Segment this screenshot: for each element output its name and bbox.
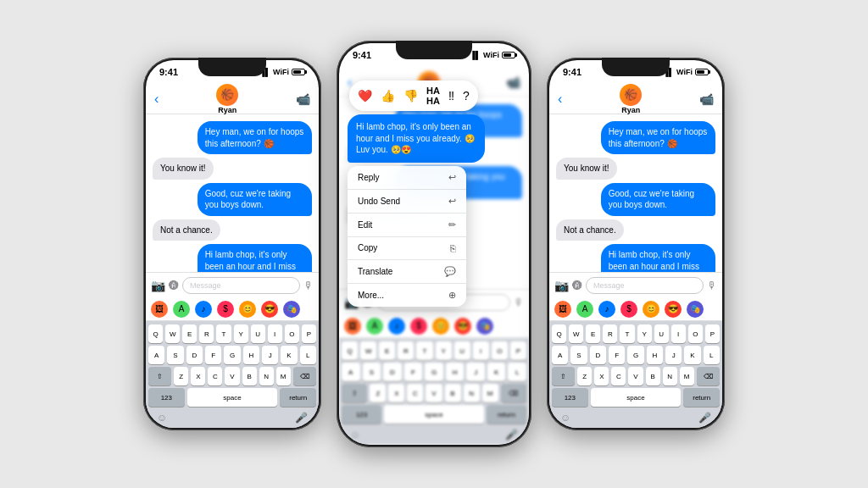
key-g-left[interactable]: G — [224, 346, 240, 364]
key-123-right[interactable]: 123 — [552, 388, 588, 407]
key-p-right[interactable]: P — [705, 324, 720, 343]
key-shift-left[interactable]: ⇧ — [148, 367, 171, 385]
emoji-icon-right[interactable]: ☺ — [560, 412, 570, 424]
key-r-left[interactable]: R — [199, 324, 214, 343]
reaction-heart[interactable]: ❤️ — [358, 89, 372, 103]
key-w-right[interactable]: W — [569, 324, 583, 343]
key-return-right[interactable]: return — [683, 388, 720, 407]
app-music-right[interactable]: ♪ — [598, 301, 615, 318]
key-x-right[interactable]: X — [594, 367, 609, 385]
appstore-icon-left[interactable]: 🅐 — [169, 280, 179, 291]
video-button-left[interactable]: 📹 — [296, 92, 310, 106]
key-z-left[interactable]: Z — [174, 367, 188, 385]
key-o-left[interactable]: O — [285, 324, 299, 343]
key-l-left[interactable]: L — [300, 346, 316, 364]
key-v-left[interactable]: V — [225, 367, 239, 385]
key-s-right[interactable]: S — [570, 346, 587, 364]
key-g-right[interactable]: G — [627, 346, 643, 364]
key-k-left[interactable]: K — [281, 346, 297, 364]
key-f-right[interactable]: F — [609, 346, 625, 364]
key-r-right[interactable]: R — [603, 324, 617, 343]
key-z-right[interactable]: Z — [577, 367, 592, 385]
key-e-right[interactable]: E — [586, 324, 600, 343]
key-q-left[interactable]: Q — [148, 324, 163, 343]
key-s-left[interactable]: S — [167, 346, 183, 364]
key-f-left[interactable]: F — [205, 346, 221, 364]
video-button-right[interactable]: 📹 — [699, 92, 714, 106]
key-c-left[interactable]: C — [208, 367, 222, 385]
key-space-right[interactable]: space — [591, 388, 682, 407]
context-reply[interactable]: Reply ↩ — [348, 166, 466, 190]
reaction-haha[interactable]: HAHA — [426, 86, 440, 106]
key-d-right[interactable]: D — [590, 346, 606, 364]
key-e-left[interactable]: E — [182, 324, 197, 343]
emoji-icon-left[interactable]: ☺ — [157, 412, 167, 424]
key-p-left[interactable]: P — [302, 324, 316, 343]
key-delete-left[interactable]: ⌫ — [293, 367, 316, 385]
key-l-right[interactable]: L — [704, 346, 720, 364]
key-t-left[interactable]: T — [216, 324, 231, 343]
key-v-right[interactable]: V — [628, 367, 643, 385]
app-photos-right[interactable]: 🖼 — [554, 301, 571, 318]
reaction-question[interactable]: ? — [463, 89, 470, 103]
reaction-thumbs-down[interactable]: 👎 — [403, 89, 418, 103]
app-cash-right[interactable]: $ — [620, 301, 637, 318]
key-u-left[interactable]: U — [251, 324, 265, 343]
key-y-left[interactable]: Y — [234, 324, 248, 343]
key-i-right[interactable]: I — [671, 324, 686, 343]
key-return-left[interactable]: return — [280, 388, 316, 407]
key-b-left[interactable]: B — [242, 367, 257, 385]
mic-icon-left[interactable]: 🎙 — [303, 280, 314, 291]
key-d-left[interactable]: D — [186, 346, 203, 364]
reaction-thumbs-up[interactable]: 👍 — [381, 89, 395, 103]
message-input-left[interactable]: Message — [182, 277, 300, 294]
app-emoji1-left[interactable]: 😊 — [239, 301, 256, 318]
key-shift-right[interactable]: ⇧ — [552, 367, 575, 385]
app-cash-left[interactable]: $ — [217, 301, 234, 318]
app-emoji2-left[interactable]: 😎 — [261, 301, 278, 318]
app-store-left[interactable]: A — [173, 301, 190, 318]
key-123-left[interactable]: 123 — [148, 388, 185, 407]
app-photos-left[interactable]: 🖼 — [151, 301, 168, 318]
key-space-left[interactable]: space — [187, 388, 278, 407]
app-store-right[interactable]: A — [576, 301, 593, 318]
dictation-icon-right[interactable]: 🎤 — [698, 412, 711, 424]
key-o-right[interactable]: O — [688, 324, 703, 343]
context-copy[interactable]: Copy ⎘ — [348, 237, 466, 260]
reaction-exclaim[interactable]: ‼ — [448, 89, 454, 103]
app-emoji3-left[interactable]: 🎭 — [283, 301, 300, 318]
key-w-left[interactable]: W — [165, 324, 180, 343]
message-input-right[interactable]: Message — [586, 277, 704, 294]
back-button-right[interactable]: ‹ — [558, 92, 562, 107]
nav-avatar-right[interactable]: 🏀 — [620, 84, 642, 106]
app-emoji3-right[interactable]: 🎭 — [687, 301, 704, 318]
key-j-left[interactable]: J — [262, 346, 278, 364]
key-t-right[interactable]: T — [620, 324, 634, 343]
back-button-left[interactable]: ‹ — [154, 92, 159, 107]
key-n-right[interactable]: N — [663, 367, 677, 385]
app-music-left[interactable]: ♪ — [195, 301, 212, 318]
key-u-right[interactable]: U — [654, 324, 669, 343]
key-m-right[interactable]: M — [680, 367, 694, 385]
mic-icon-right[interactable]: 🎙 — [707, 280, 717, 291]
key-delete-right[interactable]: ⌫ — [697, 367, 720, 385]
context-undo[interactable]: Undo Send ↩ — [348, 190, 466, 214]
key-x-left[interactable]: X — [191, 367, 205, 385]
appstore-icon-right[interactable]: 🅐 — [572, 280, 582, 291]
dictation-icon-left[interactable]: 🎤 — [295, 412, 308, 424]
key-c-right[interactable]: C — [611, 367, 626, 385]
context-translate[interactable]: Translate 💬 — [348, 260, 466, 284]
nav-avatar-left[interactable]: 🏀 — [216, 84, 238, 106]
context-more[interactable]: More... ⊕ — [348, 284, 466, 307]
key-i-left[interactable]: I — [268, 324, 282, 343]
app-emoji1-right[interactable]: 😊 — [643, 301, 659, 318]
context-edit[interactable]: Edit ✏ — [348, 214, 466, 237]
key-b-right[interactable]: B — [646, 367, 660, 385]
key-h-right[interactable]: H — [647, 346, 663, 364]
key-y-right[interactable]: Y — [637, 324, 652, 343]
key-j-right[interactable]: J — [665, 346, 682, 364]
key-q-right[interactable]: Q — [552, 324, 566, 343]
key-n-left[interactable]: N — [259, 367, 274, 385]
app-emoji2-right[interactable]: 😎 — [665, 301, 682, 318]
key-m-left[interactable]: M — [276, 367, 291, 385]
